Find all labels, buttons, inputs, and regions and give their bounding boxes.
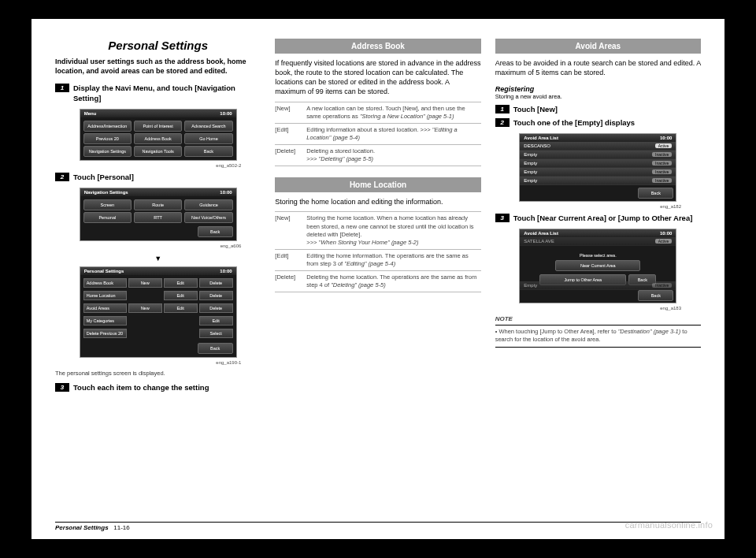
step-text: Display the Navi Menu, and touch [Naviga… <box>73 84 261 103</box>
column-3: Avoid Areas Areas to be avoided in a rou… <box>495 39 701 515</box>
content-columns: Personal Settings Individual user settin… <box>55 39 701 515</box>
menu-btn: Address/Intersection <box>83 121 132 132</box>
shot-time: 10:00 <box>660 231 672 236</box>
avoid-body: Areas to be avoided in a route search ca… <box>495 58 701 77</box>
section-home-location: Home Location <box>275 177 480 192</box>
screenshot-menu: Menu 10:00 Address/Intersection Point of… <box>80 109 237 161</box>
list-item: EmptyInactive <box>520 168 676 177</box>
table-row: [New]A new location can be stored. Touch… <box>275 102 480 123</box>
menu-btn: Navigation Settings <box>83 146 132 157</box>
column-1: Personal Settings Individual user settin… <box>55 39 261 515</box>
menu-btn: Previous 20 <box>83 133 132 144</box>
ps-row: My Categories..Edit <box>83 316 233 326</box>
table-row: [Edit]Editing information about a stored… <box>275 123 480 144</box>
step-text: Touch one of the [Empty] displays <box>513 118 635 128</box>
caption: eng_a190-1 <box>55 360 241 365</box>
list-item-label: SATELLA AVE <box>524 239 554 244</box>
list-item: EmptyInactive <box>520 151 676 159</box>
table-row: [Delete]Deleting a stored location.>>> "… <box>275 144 480 166</box>
menu-btn: Point of Interest <box>134 121 182 132</box>
shot-time: 10:00 <box>220 111 232 116</box>
table-row: [Delete]Deleting the home location. The … <box>275 270 480 292</box>
list-item: EmptyInactive <box>520 177 676 185</box>
nav-btn: Guidance <box>184 199 232 210</box>
page-title: Personal Settings <box>55 39 261 52</box>
caption: eng_a183 <box>495 306 681 311</box>
down-arrow-icon: ▼ <box>55 255 261 262</box>
screenshot-avoid-list: Avoid Area List 10:00 DESCANSOActiveEmpt… <box>519 133 676 202</box>
note-box: NOTE When touching [Jump to Other Area],… <box>495 315 701 348</box>
avoid-step-1: 1 Touch [New] <box>495 105 701 114</box>
back-btn: Back <box>638 290 673 301</box>
home-body: Storing the home location and editing th… <box>275 197 480 206</box>
nav-btn: Route <box>134 199 182 210</box>
nav-btn: RTT <box>134 212 182 223</box>
ps-row: Address BookNewEditDelete <box>83 278 233 288</box>
step-number: 2 <box>55 173 69 181</box>
list-item-label: Empty <box>524 283 537 288</box>
back-btn: Back <box>638 188 673 199</box>
near-current-btn: Near Current Area <box>555 260 640 271</box>
screenshot-personal-settings: Personal Settings 10:00 Address BookNewE… <box>80 266 237 358</box>
nav-btn: Navi Voice/Others <box>184 212 232 223</box>
address-book-table: [New]A new location can be stored. Touch… <box>275 102 480 167</box>
dialog-prompt: Please select area. <box>539 253 656 258</box>
menu-btn: Back <box>184 146 232 157</box>
shot-time: 10:00 <box>220 269 232 273</box>
column-2: Address Book If frequently visited locat… <box>275 39 480 515</box>
nav-btn: Personal <box>83 212 132 223</box>
step-number: 1 <box>495 105 510 113</box>
avoid-step-3: 3 Touch [Near Current Area] or [Jump to … <box>495 214 701 223</box>
menu-btn: Advanced Search <box>184 121 232 132</box>
caption: eng_a502-2 <box>55 163 241 168</box>
menu-btn: Address Book <box>134 133 182 144</box>
menu-btn: Go Home <box>184 133 232 144</box>
step-3: 3 Touch each item to change the setting <box>55 383 261 392</box>
screenshot-nav-settings: Navigation Settings 10:00 Screen Route G… <box>80 188 237 241</box>
note-title: NOTE <box>495 315 701 326</box>
list-item: EmptyInactive <box>520 159 676 168</box>
page-footer: Personal Settings 11-16 <box>55 522 701 531</box>
nav-btn: Screen <box>83 199 132 210</box>
status-badge: Inactive <box>652 283 672 288</box>
step-number: 1 <box>55 84 69 92</box>
shot-title: Personal Settings <box>84 269 124 273</box>
ps-row: Avoid AreasNewEditDelete <box>83 303 233 313</box>
screen-note: The personal settings screen is displaye… <box>55 370 261 377</box>
step-number: 3 <box>495 214 510 222</box>
ps-row: Delete Previous 20..Select <box>83 329 233 338</box>
step-number: 3 <box>55 383 69 392</box>
step-1: 1 Display the Navi Menu, and touch [Navi… <box>55 84 261 103</box>
caption: eng_a606 <box>55 244 241 248</box>
watermark: carmanualsonline.info <box>625 520 713 530</box>
step-text: Touch each item to change the setting <box>73 383 209 392</box>
section-address-book: Address Book <box>275 39 480 54</box>
step-text: Touch [Near Current Area] or [Jump to Ot… <box>513 214 693 223</box>
step-2: 2 Touch [Personal] <box>55 173 261 182</box>
step-text: Touch [Personal] <box>73 173 134 182</box>
shot-title: Avoid Area List <box>524 231 558 236</box>
shot-title: Navigation Settings <box>84 190 128 195</box>
note-item: When touching [Jump to Other Area], refe… <box>495 328 701 344</box>
shot-time: 10:00 <box>660 136 672 140</box>
step-number: 2 <box>495 118 510 127</box>
footer-page: 11-16 <box>113 524 129 531</box>
shot-title: Menu <box>84 111 97 116</box>
home-table: [New]Storing the home location. When a h… <box>275 211 480 292</box>
registering-sub: Storing a new avoid area. <box>495 93 701 100</box>
table-row: [New]Storing the home location. When a h… <box>275 211 480 249</box>
shot-title: Avoid Area List <box>524 136 558 140</box>
footer-title: Personal Settings <box>55 524 109 531</box>
step-text: Touch [New] <box>513 105 558 114</box>
ps-row: Home Location.EditDelete <box>83 291 233 300</box>
status-badge: Active <box>655 239 673 244</box>
section-avoid-areas: Avoid Areas <box>495 39 701 54</box>
registering-heading: Registering <box>495 85 701 93</box>
shot-time: 10:00 <box>220 190 232 195</box>
back-btn: Back <box>198 226 233 237</box>
menu-btn: Navigation Tools <box>134 146 182 157</box>
screenshot-avoid-dialog: Avoid Area List 10:00 SATELLA AVE Active… <box>519 229 676 303</box>
manual-page: Personal Settings Individual user settin… <box>32 19 724 539</box>
table-row: [Edit]Editing the home information. The … <box>275 249 480 270</box>
list-item: DESCANSOActive <box>520 142 676 151</box>
